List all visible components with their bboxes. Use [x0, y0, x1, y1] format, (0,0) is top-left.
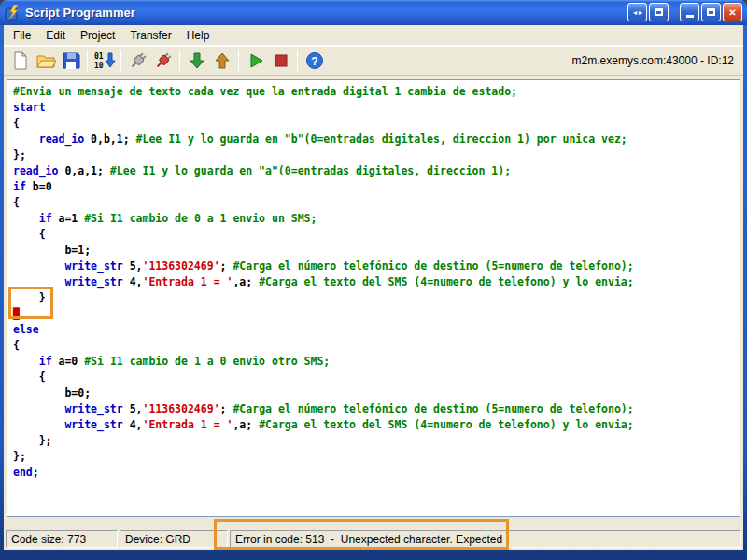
code-line: else — [13, 322, 734, 338]
code-line: }; — [13, 449, 734, 465]
left-right-arrows-icon: ◄► — [632, 9, 643, 16]
run-button[interactable] — [243, 49, 268, 74]
code-line: write_str 4,'Entrada 1 = ',a; #Carga el … — [13, 274, 734, 290]
status-code-size: Code size: 773 — [6, 530, 118, 548]
question-mark-icon: ? — [304, 50, 325, 71]
menu-help[interactable]: Help — [179, 26, 218, 45]
toolbar-separator — [297, 50, 298, 71]
code-line: read_io 0,a,1; #Lee I1 y lo guarda en "a… — [13, 163, 734, 179]
green-down-arrow-icon — [187, 50, 207, 71]
restore-button[interactable] — [701, 3, 721, 21]
plug-connect-icon — [128, 50, 148, 71]
code-line: #Envia un mensaje de texto cada vez que … — [13, 84, 734, 100]
window-pane-button[interactable] — [649, 3, 669, 21]
status-device: Device: GRD — [120, 530, 228, 548]
toolbar-separator — [238, 50, 239, 71]
help-button[interactable]: ? — [302, 49, 327, 74]
editor-panel: #Envia un mensaje de texto cada vez que … — [7, 79, 740, 517]
code-line: b=0; — [13, 385, 734, 401]
stop-button[interactable] — [268, 49, 293, 74]
code-line: }; — [13, 433, 734, 449]
code-line: write_str 5,'1136302469'; #Carga el núme… — [13, 259, 734, 274]
save-button[interactable] — [58, 49, 83, 74]
code-line: } — [13, 290, 734, 306]
app-window: Script Programmer ◄► ✕ File Edit Project… — [0, 0, 747, 560]
download-button[interactable] — [184, 49, 209, 74]
app-icon — [5, 5, 21, 21]
window-pane-icon — [655, 8, 663, 16]
code-line: start — [13, 100, 734, 116]
svg-text:01: 01 — [94, 52, 104, 61]
new-button[interactable] — [7, 49, 33, 74]
new-document-icon — [10, 50, 31, 71]
open-button[interactable] — [33, 49, 58, 74]
toolbar-separator — [120, 50, 121, 71]
close-button[interactable]: ✕ — [723, 3, 742, 21]
stop-icon — [271, 50, 291, 71]
restore-icon — [707, 8, 715, 16]
code-line: █ — [13, 306, 734, 322]
toolbar-separator — [87, 50, 88, 71]
status-error-message: Error in code: 513 - Unexpected characte… — [230, 530, 741, 548]
code-line: if a=0 #Si I1 cambio de 1 a 0 envio otro… — [13, 354, 734, 370]
code-line: write_str 4,'Entrada 1 = ',a; #Carga el … — [13, 417, 734, 433]
code-line: { — [13, 227, 734, 243]
window-title: Script Programmer — [25, 6, 627, 20]
code-line: if b=0 — [13, 179, 734, 195]
svg-text:10: 10 — [94, 62, 104, 70]
upload-button[interactable] — [209, 49, 234, 74]
code-line: if a=1 #Si I1 cambio de 0 a 1 envio un S… — [13, 211, 734, 227]
binary-download-icon: 01 10 — [93, 50, 116, 71]
close-x-icon: ✕ — [728, 7, 736, 18]
plug-disconnect-icon — [153, 50, 174, 71]
open-folder-icon — [35, 50, 56, 71]
save-floppy-icon — [61, 50, 81, 71]
connect-button[interactable] — [125, 49, 150, 74]
code-line: write_str 5,'1136302469'; #Carga el núme… — [13, 401, 734, 417]
titlebar: Script Programmer ◄► ✕ — [0, 0, 747, 25]
code-line: { — [13, 338, 734, 354]
connection-status-label: m2m.exemys.com:43000 - ID:12 — [572, 54, 740, 67]
nav-arrows-button[interactable]: ◄► — [627, 3, 647, 21]
menu-project[interactable]: Project — [73, 26, 122, 45]
orange-up-arrow-icon — [212, 50, 233, 71]
code-line: b=1; — [13, 243, 734, 259]
toolbar: 01 10 — [4, 46, 743, 76]
toolbar-separator — [179, 50, 180, 71]
code-line: }; — [13, 147, 734, 163]
minimize-button[interactable] — [680, 3, 699, 21]
statusbar: Code size: 773 Device: GRD Error in code… — [4, 528, 743, 550]
menu-edit[interactable]: Edit — [38, 26, 73, 45]
minimize-icon — [686, 15, 694, 18]
code-line: end; — [13, 465, 734, 481]
code-line: { — [13, 370, 734, 385]
menu-file[interactable]: File — [6, 26, 38, 45]
play-icon — [246, 50, 266, 71]
compile-button[interactable]: 01 10 — [92, 49, 117, 74]
svg-text:?: ? — [311, 55, 317, 68]
code-line: { — [13, 116, 734, 132]
menubar: File Edit Project Transfer Help — [4, 25, 743, 46]
code-line: { — [13, 195, 734, 211]
disconnect-button[interactable] — [150, 49, 176, 74]
code-line: read_io 0,b,1; #Lee I1 y lo guarda en "b… — [13, 132, 734, 147]
menu-transfer[interactable]: Transfer — [122, 26, 178, 45]
code-editor[interactable]: #Envia un mensaje de texto cada vez que … — [7, 80, 740, 516]
error-position-marker: █ — [13, 307, 20, 320]
